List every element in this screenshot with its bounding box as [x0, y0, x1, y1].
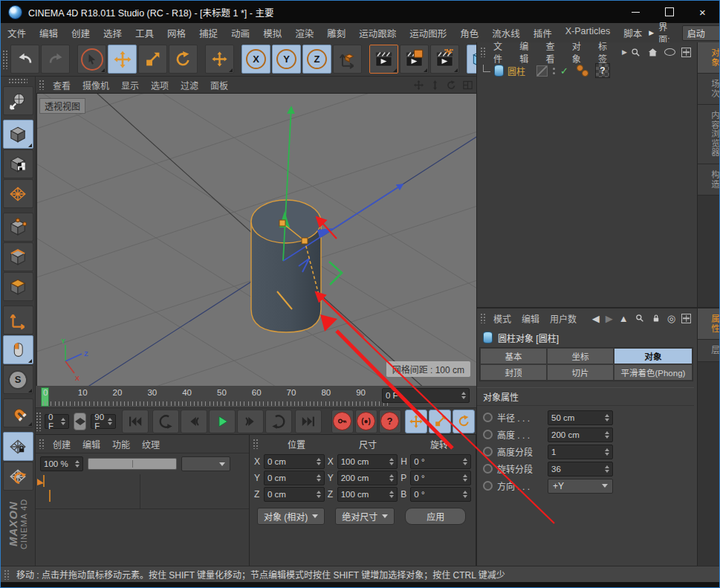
goto-start-button[interactable] [122, 410, 149, 433]
render-to-picture-viewer-button[interactable] [400, 45, 429, 74]
menubar-item[interactable]: 选择 [97, 26, 129, 40]
spinner[interactable] [314, 474, 321, 482]
axis-mode-button[interactable] [3, 306, 33, 335]
lock-y-axis-button[interactable]: Y [272, 45, 301, 74]
redo-button[interactable] [41, 45, 70, 74]
plane-handle[interactable] [329, 262, 342, 285]
material-zoom-field[interactable]: 100 % [40, 456, 83, 471]
make-editable-button[interactable] [3, 86, 33, 115]
tab-content-browser[interactable]: 内容浏览器 [698, 105, 720, 164]
tab-objects[interactable]: 对象 [698, 42, 720, 74]
material-menu-item[interactable]: 纹理 [136, 438, 166, 450]
search-icon[interactable] [635, 313, 645, 323]
move-tool-button[interactable] [108, 45, 137, 74]
add-level-icon[interactable] [681, 48, 691, 57]
tab-structure[interactable]: 构造 [698, 164, 720, 196]
workplane-mode-button[interactable] [3, 179, 33, 208]
key-circle-icon[interactable] [483, 430, 493, 439]
menubar-item[interactable]: X-Particles [559, 26, 617, 40]
key-circle-icon[interactable] [483, 447, 493, 456]
tab-takes[interactable]: 场次 [698, 74, 720, 105]
material-grip[interactable] [39, 439, 45, 449]
tab-caps[interactable]: 封顶 [480, 364, 547, 381]
pan-view-icon[interactable] [413, 80, 424, 91]
viewport-menu-item[interactable]: 过滤 [175, 79, 204, 91]
spinner[interactable] [314, 491, 321, 498]
lock-icon[interactable] [651, 313, 661, 323]
points-mode-button[interactable] [3, 213, 33, 242]
transport-grip[interactable] [36, 412, 42, 431]
spinner[interactable] [602, 465, 609, 473]
menubar-item[interactable]: 流水线 [485, 26, 527, 40]
om-menu-item[interactable]: 编辑 [514, 39, 540, 65]
spinner[interactable] [314, 458, 321, 465]
editor-render-dots-icon[interactable] [577, 65, 588, 77]
parent-object-icon[interactable]: ▲ [619, 313, 629, 324]
om-menu-item[interactable]: 查看 [540, 39, 566, 65]
home-icon[interactable] [647, 47, 658, 58]
record-position-toggle[interactable] [405, 410, 427, 433]
spinner[interactable] [386, 458, 394, 465]
autokey-button[interactable]: (●) [355, 410, 377, 433]
enable-check-icon[interactable]: ✓ [560, 65, 568, 77]
tab-coord[interactable]: 坐标 [547, 348, 614, 364]
keying-help-button[interactable]: ? [379, 410, 401, 433]
spinner[interactable] [386, 474, 394, 482]
edges-mode-button[interactable] [3, 242, 33, 271]
viewport-canvas[interactable]: Y Z X 透视视图 网格间距 : 100 cm [36, 93, 477, 387]
path-level-icon[interactable] [664, 48, 675, 56]
material-filter-dropdown[interactable] [181, 456, 230, 471]
current-frame-field[interactable]: 0 F [45, 414, 69, 429]
tab-layers[interactable]: 层 [698, 340, 720, 362]
dolly-view-icon[interactable] [429, 80, 441, 91]
spinner[interactable] [460, 474, 467, 482]
position-z-field[interactable]: 0 cm [264, 487, 325, 502]
rotate-tool-button[interactable] [169, 45, 198, 74]
spinner[interactable] [460, 491, 467, 498]
position-x-field[interactable]: 0 cm [264, 454, 325, 469]
spinner[interactable] [460, 458, 467, 465]
snap-settings-button[interactable]: S [3, 365, 33, 394]
menubar-item[interactable]: 渲染 [288, 26, 320, 40]
height-segments-field[interactable]: 1 [548, 445, 613, 459]
target-icon[interactable]: ◎ [667, 313, 675, 324]
menubar-item[interactable]: 雕刻 [320, 26, 352, 40]
history-back-icon[interactable]: ◀ [592, 313, 600, 324]
menubar-item[interactable]: 文件 [1, 26, 33, 40]
lock-x-axis-button[interactable]: X [241, 45, 270, 74]
prev-key-button[interactable] [152, 410, 179, 433]
key-circle-icon[interactable] [483, 413, 493, 422]
position-y-field[interactable]: 0 cm [264, 471, 325, 485]
tab-phong[interactable]: 平滑着色(Phong) [614, 364, 693, 381]
am-grip[interactable] [480, 313, 487, 323]
toolbar-grip[interactable] [2, 50, 9, 69]
spinner[interactable] [58, 418, 65, 425]
menubar-item[interactable]: 脚本 [617, 26, 649, 40]
lock-z-axis-button[interactable]: Z [302, 45, 331, 74]
align-workplane-button[interactable] [3, 462, 33, 491]
tab-object[interactable]: 对象 [614, 348, 693, 364]
timeline-ruler[interactable]: 0102030405060708090 0 F [36, 386, 476, 408]
paint-layer-swatch[interactable] [43, 475, 45, 487]
rotation-b-field[interactable]: 0 ° [410, 487, 471, 502]
spinner[interactable] [72, 460, 80, 468]
menubar-item[interactable]: 运动图形 [403, 26, 453, 40]
om-menu-item[interactable]: 文件 [488, 39, 514, 65]
height-field[interactable]: 200 cm [548, 427, 613, 442]
spinner[interactable] [602, 414, 609, 421]
end-frame-field[interactable]: 90 F [91, 414, 115, 429]
rotation-p-field[interactable]: 0 ° [410, 471, 471, 485]
model-mode-button[interactable] [3, 120, 33, 149]
size-mode-dropdown[interactable]: 绝对尺寸 [335, 508, 395, 525]
menubar-item[interactable]: 插件 [527, 26, 559, 40]
viewport-menu-item[interactable]: 面板 [204, 79, 234, 91]
menubar-item[interactable]: 捕捉 [192, 26, 224, 40]
viewport-grip[interactable] [39, 80, 45, 90]
tab-slice[interactable]: 切片 [547, 364, 614, 381]
rotation-h-field[interactable]: 0 ° [410, 454, 471, 469]
prev-key-small-icon[interactable] [75, 418, 80, 425]
size-y-field[interactable]: 200 cm [337, 471, 398, 485]
spinner[interactable] [602, 431, 609, 439]
om-menu-item[interactable]: 标签 [593, 39, 619, 65]
next-key-button[interactable] [265, 410, 292, 433]
